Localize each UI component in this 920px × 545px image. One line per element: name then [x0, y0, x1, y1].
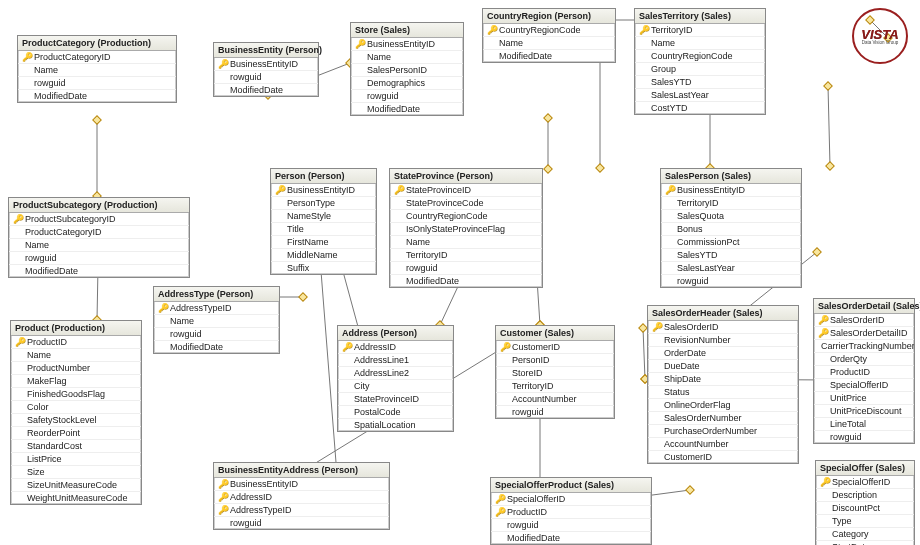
table-title[interactable]: SalesTerritory (Sales): [635, 9, 765, 24]
table-row[interactable]: 🔑CountryRegionCode: [483, 24, 615, 36]
table-row[interactable]: 🔑BusinessEntityID: [214, 478, 389, 490]
table-title[interactable]: SalesPerson (Sales): [661, 169, 801, 184]
table-row[interactable]: rowguid: [214, 516, 389, 529]
table-row[interactable]: UnitPriceDiscount: [814, 404, 914, 417]
table-row[interactable]: 🔑BusinessEntityID: [661, 184, 801, 196]
table-row[interactable]: SalesYTD: [661, 248, 801, 261]
table-row[interactable]: 🔑BusinessEntityID: [351, 38, 463, 50]
table-row[interactable]: 🔑StateProvinceID: [390, 184, 542, 196]
table-row[interactable]: TerritoryID: [661, 196, 801, 209]
table-row[interactable]: Name: [9, 238, 189, 251]
table-row[interactable]: AddressLine1: [338, 353, 453, 366]
table-title[interactable]: Product (Production): [11, 321, 141, 336]
table-salesorderdetail[interactable]: SalesOrderDetail (Sales)🔑SalesOrderID🔑Sa…: [813, 298, 915, 444]
table-row[interactable]: Status: [648, 385, 798, 398]
table-row[interactable]: 🔑AddressID: [338, 341, 453, 353]
table-row[interactable]: 🔑CustomerID: [496, 341, 614, 353]
table-row[interactable]: SalesPersonID: [351, 63, 463, 76]
table-row[interactable]: rowguid: [9, 251, 189, 264]
table-row[interactable]: 🔑TerritoryID: [635, 24, 765, 36]
table-row[interactable]: StateProvinceID: [338, 392, 453, 405]
table-productsubcategory[interactable]: ProductSubcategory (Production)🔑ProductS…: [8, 197, 190, 278]
table-row[interactable]: SafetyStockLevel: [11, 413, 141, 426]
table-row[interactable]: FirstName: [271, 235, 376, 248]
table-title[interactable]: Customer (Sales): [496, 326, 614, 341]
table-row[interactable]: rowguid: [390, 261, 542, 274]
table-row[interactable]: CommissionPct: [661, 235, 801, 248]
table-addresstype[interactable]: AddressType (Person)🔑AddressTypeIDNamero…: [153, 286, 280, 354]
table-row[interactable]: SizeUnitMeasureCode: [11, 478, 141, 491]
table-row[interactable]: NameStyle: [271, 209, 376, 222]
table-person[interactable]: Person (Person)🔑BusinessEntityIDPersonTy…: [270, 168, 377, 275]
table-specialoffer[interactable]: SpecialOffer (Sales)🔑SpecialOfferIDDescr…: [815, 460, 915, 545]
table-row[interactable]: CustomerID: [648, 450, 798, 463]
table-row[interactable]: TerritoryID: [496, 379, 614, 392]
table-row[interactable]: 🔑SalesOrderDetailID: [814, 326, 914, 339]
table-row[interactable]: Demographics: [351, 76, 463, 89]
table-row[interactable]: DiscountPct: [816, 501, 914, 514]
table-businessentityaddress[interactable]: BusinessEntityAddress (Person)🔑BusinessE…: [213, 462, 390, 530]
table-title[interactable]: SalesOrderDetail (Sales): [814, 299, 914, 314]
table-row[interactable]: 🔑AddressTypeID: [214, 503, 389, 516]
table-store[interactable]: Store (Sales)🔑BusinessEntityIDNameSalesP…: [350, 22, 464, 116]
table-title[interactable]: ProductSubcategory (Production): [9, 198, 189, 213]
er-diagram-canvas[interactable]: VISTA Data Vision Group ProductCategory …: [0, 0, 920, 545]
table-row[interactable]: WeightUnitMeasureCode: [11, 491, 141, 504]
table-row[interactable]: ModifiedDate: [351, 102, 463, 115]
table-row[interactable]: OrderQty: [814, 352, 914, 365]
table-row[interactable]: rowguid: [814, 430, 914, 443]
table-row[interactable]: ProductCategoryID: [9, 225, 189, 238]
table-row[interactable]: TerritoryID: [390, 248, 542, 261]
table-row[interactable]: 🔑SalesOrderID: [814, 314, 914, 326]
table-row[interactable]: SpatialLocation: [338, 418, 453, 431]
table-row[interactable]: Title: [271, 222, 376, 235]
table-row[interactable]: ModifiedDate: [483, 49, 615, 62]
table-row[interactable]: Suffix: [271, 261, 376, 274]
table-countryregion[interactable]: CountryRegion (Person)🔑CountryRegionCode…: [482, 8, 616, 63]
table-row[interactable]: PersonID: [496, 353, 614, 366]
table-row[interactable]: MakeFlag: [11, 374, 141, 387]
table-row[interactable]: 🔑AddressTypeID: [154, 302, 279, 314]
table-row[interactable]: CountryRegionCode: [390, 209, 542, 222]
table-row[interactable]: IsOnlyStateProvinceFlag: [390, 222, 542, 235]
table-title[interactable]: Store (Sales): [351, 23, 463, 38]
table-row[interactable]: 🔑BusinessEntityID: [214, 58, 318, 70]
table-product[interactable]: Product (Production)🔑ProductIDNameProduc…: [10, 320, 142, 505]
table-row[interactable]: 🔑ProductSubcategoryID: [9, 213, 189, 225]
table-row[interactable]: UnitPrice: [814, 391, 914, 404]
table-row[interactable]: CountryRegionCode: [635, 49, 765, 62]
table-row[interactable]: PurchaseOrderNumber: [648, 424, 798, 437]
table-row[interactable]: 🔑ProductCategoryID: [18, 51, 176, 63]
table-row[interactable]: Name: [635, 36, 765, 49]
table-row[interactable]: ShipDate: [648, 372, 798, 385]
table-row[interactable]: ReorderPoint: [11, 426, 141, 439]
table-row[interactable]: Category: [816, 527, 914, 540]
table-row[interactable]: 🔑SpecialOfferID: [491, 493, 651, 505]
table-row[interactable]: rowguid: [491, 518, 651, 531]
table-row[interactable]: Description: [816, 488, 914, 501]
table-row[interactable]: ModifiedDate: [214, 83, 318, 96]
table-row[interactable]: 🔑BusinessEntityID: [271, 184, 376, 196]
table-row[interactable]: CostYTD: [635, 101, 765, 114]
table-row[interactable]: LineTotal: [814, 417, 914, 430]
table-address[interactable]: Address (Person)🔑AddressIDAddressLine1Ad…: [337, 325, 454, 432]
table-title[interactable]: SalesOrderHeader (Sales): [648, 306, 798, 321]
table-title[interactable]: StateProvince (Person): [390, 169, 542, 184]
table-row[interactable]: StartDate: [816, 540, 914, 545]
table-row[interactable]: rowguid: [661, 274, 801, 287]
table-row[interactable]: RevisionNumber: [648, 333, 798, 346]
table-row[interactable]: Name: [483, 36, 615, 49]
table-row[interactable]: ModifiedDate: [154, 340, 279, 353]
table-row[interactable]: ProductNumber: [11, 361, 141, 374]
table-title[interactable]: CountryRegion (Person): [483, 9, 615, 24]
table-row[interactable]: City: [338, 379, 453, 392]
table-row[interactable]: 🔑SalesOrderID: [648, 321, 798, 333]
table-salesperson[interactable]: SalesPerson (Sales)🔑BusinessEntityIDTerr…: [660, 168, 802, 288]
table-row[interactable]: OnlineOrderFlag: [648, 398, 798, 411]
table-row[interactable]: ModifiedDate: [491, 531, 651, 544]
table-row[interactable]: Size: [11, 465, 141, 478]
table-row[interactable]: rowguid: [496, 405, 614, 418]
table-row[interactable]: 🔑ProductID: [491, 505, 651, 518]
table-row[interactable]: MiddleName: [271, 248, 376, 261]
table-row[interactable]: Name: [18, 63, 176, 76]
